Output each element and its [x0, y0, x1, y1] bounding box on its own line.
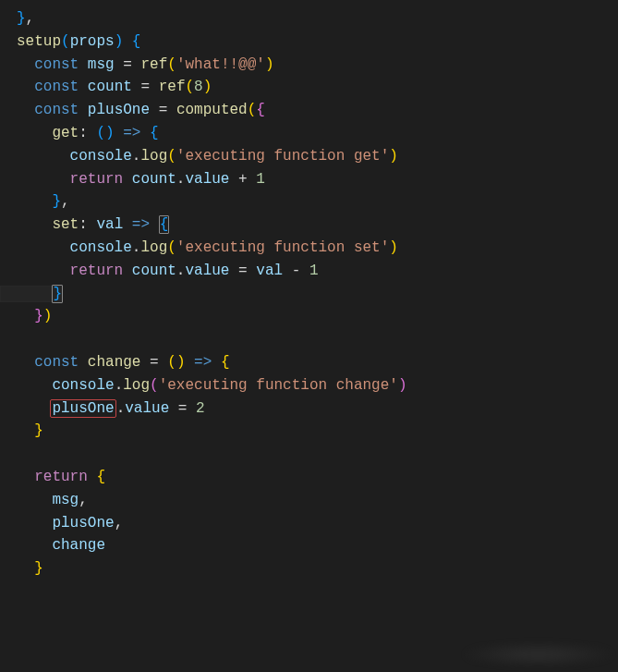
code-line: console.log('executing function get')	[17, 148, 398, 165]
highlighted-identifier: plusOne	[50, 399, 115, 418]
code-line: setup(props) {	[17, 33, 140, 50]
code-line: })	[17, 308, 52, 324]
code-line: },	[17, 10, 34, 27]
code-line: plusOne.value = 2	[17, 400, 205, 417]
code-line: const plusOne = computed({	[17, 102, 265, 118]
code-line: return {	[17, 469, 105, 485]
code-line: plusOne,	[17, 515, 123, 531]
code-line: const change = () => {	[17, 354, 230, 371]
code-line	[17, 331, 26, 348]
code-editor-area[interactable]: }, setup(props) { const msg = ref('what!…	[17, 7, 618, 580]
watermark-smudge	[465, 642, 612, 666]
code-line: const count = ref(8)	[17, 79, 212, 95]
code-line: console.log('executing function set')	[17, 239, 398, 256]
code-line	[17, 446, 26, 462]
code-line: change	[17, 537, 105, 554]
code-line: const msg = ref('what!!@@')	[17, 56, 274, 73]
code-line: },	[17, 193, 70, 210]
code-line: msg,	[17, 492, 88, 508]
code-line: console.log('executing function change')	[17, 377, 407, 394]
code-line: }	[17, 422, 43, 439]
code-line: set: val => {	[17, 216, 169, 233]
code-line-active: }	[17, 286, 63, 302]
code-line: return count.value = val - 1	[17, 263, 319, 279]
code-line: }	[17, 560, 43, 577]
code-line: return count.value + 1	[17, 171, 265, 188]
code-line: get: () => {	[17, 125, 159, 141]
